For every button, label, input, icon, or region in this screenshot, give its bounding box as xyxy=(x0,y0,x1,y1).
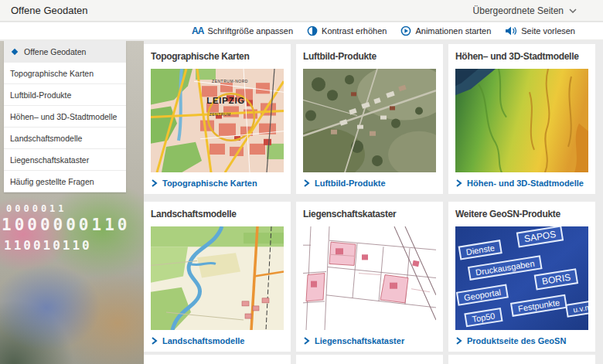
card-landschaftsmodelle: Landschaftsmodelle xyxy=(144,202,291,352)
read-aloud-button[interactable]: Seite vorlesen xyxy=(505,26,575,36)
next-row-card-peek xyxy=(144,355,291,364)
font-size-label: Schriftgröße anpassen xyxy=(207,26,293,36)
sidebar-item-label: Häufig gestellte Fragen xyxy=(10,177,94,186)
font-size-icon: AA xyxy=(192,26,203,36)
card-title: Landschaftsmodelle xyxy=(151,209,284,220)
next-row-card-peek xyxy=(448,355,595,364)
animations-button[interactable]: Animationen starten xyxy=(400,26,491,36)
sidebar-nav: Offene Geodaten Topographische Karten Lu… xyxy=(4,41,126,192)
topographic-map-image[interactable]: ZENTRUM-NORD LEIPZIG ZENTRUM xyxy=(151,69,284,172)
card-luftbild-produkte: Luftbild-Produkte xyxy=(296,44,443,194)
binary-line: 110010110 xyxy=(4,238,92,253)
cadastral-map-graphic xyxy=(303,226,436,330)
next-row-card-peek xyxy=(296,355,443,364)
card-title: Weitere GeoSN-Produkte xyxy=(455,209,588,220)
cards-grid: Topographische Karten xyxy=(144,44,595,352)
content-area: 0000011 1000000110 110010110 Offene Geod… xyxy=(0,41,603,364)
elevation-model-graphic xyxy=(455,69,588,172)
product-tile: BORIS xyxy=(534,268,579,290)
product-tile: Top50 xyxy=(464,308,502,327)
link-hoehen-3d-stadtmodelle[interactable]: Höhen- und 3D-Stadtmodelle xyxy=(455,179,588,188)
card-link-label: Luftbild-Produkte xyxy=(315,179,386,188)
card-weitere-geosn-produkte: Weitere GeoSN-Produkte Dienste SAPOS Dru… xyxy=(448,202,595,352)
parent-pages-label: Übergeordnete Seiten xyxy=(473,5,564,16)
map-district-label: ZENTRUM xyxy=(210,112,231,117)
card-topographische-karten: Topographische Karten xyxy=(144,44,291,194)
card-link-label: Liegenschaftskataster xyxy=(315,336,404,345)
card-link-label: Landschaftsmodelle xyxy=(162,336,244,345)
card-title: Höhen– und 3D-Stadtmodelle xyxy=(455,52,588,63)
product-tile: SAPOS xyxy=(516,226,564,248)
sidebar-item-liegenschaftskataster[interactable]: Liegenschaftskataster xyxy=(4,149,126,171)
sidebar-item-topographische-karten[interactable]: Topographische Karten xyxy=(4,63,126,84)
aerial-photo-graphic xyxy=(303,69,436,172)
card-hoehen-3d-stadtmodelle: Höhen– und 3D-Stadtmodelle xyxy=(448,44,595,194)
sidebar-item-luftbild-produkte[interactable]: Luftbild-Produkte xyxy=(4,84,126,106)
font-size-button[interactable]: AA Schriftgröße anpassen xyxy=(192,26,293,36)
sidebar-item-label: Offene Geodaten xyxy=(24,47,86,56)
sidebar-item-label: Landschaftsmodelle xyxy=(10,134,82,143)
product-tile: u.v.m. xyxy=(565,299,588,318)
sidebar-item-haeufig-gestellte-fragen[interactable]: Häufig gestellte Fragen xyxy=(4,171,126,192)
accessibility-toolbar: AA Schriftgröße anpassen Kontrast erhöhe… xyxy=(0,22,603,40)
card-title: Topographische Karten xyxy=(151,52,284,63)
arrow-right-icon xyxy=(303,179,310,187)
link-liegenschaftskataster[interactable]: Liegenschaftskataster xyxy=(303,336,436,345)
landscape-model-image[interactable] xyxy=(151,226,284,330)
aerial-photo-image[interactable] xyxy=(303,69,436,172)
card-liegenschaftskataster: Liegenschaftskataster xyxy=(296,202,443,352)
arrow-right-icon xyxy=(303,337,310,345)
link-landschaftsmodelle[interactable]: Landschaftsmodelle xyxy=(151,336,284,345)
binary-line: 0000011 xyxy=(6,203,67,214)
page-title: Offene Geodaten xyxy=(11,5,88,16)
sidebar-item-label: Höhen– und 3D-Stadtmodelle xyxy=(10,112,117,121)
geosn-products-tiles: Dienste SAPOS Druckausgaben Geoportal BO… xyxy=(455,226,588,330)
arrow-right-icon xyxy=(455,337,462,345)
card-title: Luftbild-Produkte xyxy=(303,52,436,63)
sidebar-item-landschaftsmodelle[interactable]: Landschaftsmodelle xyxy=(4,128,126,149)
sidebar-item-label: Luftbild-Produkte xyxy=(10,90,71,100)
sidebar-item-label: Topographische Karten xyxy=(10,69,94,78)
geosn-products-image[interactable]: Dienste SAPOS Druckausgaben Geoportal BO… xyxy=(455,226,588,330)
product-tile: Dienste xyxy=(458,240,502,260)
chevron-down-icon xyxy=(569,9,577,13)
topographic-map-graphic xyxy=(151,69,284,172)
contrast-icon xyxy=(307,26,318,36)
read-aloud-label: Seite vorlesen xyxy=(521,26,575,36)
arrow-right-icon xyxy=(151,337,158,345)
product-tile: Festpunkte xyxy=(510,294,567,317)
top-header: Offene Geodaten Übergeordnete Seiten xyxy=(0,0,603,22)
contrast-button[interactable]: Kontrast erhöhen xyxy=(307,26,387,36)
arrow-right-icon xyxy=(455,179,462,187)
link-topographische-karten[interactable]: Topographische Karten xyxy=(151,179,284,188)
geosn-products-graphic: Dienste SAPOS Druckausgaben Geoportal BO… xyxy=(455,226,588,330)
link-luftbild-produkte[interactable]: Luftbild-Produkte xyxy=(303,179,436,188)
sidebar-item-hoehen-3d-stadtmodelle[interactable]: Höhen– und 3D-Stadtmodelle xyxy=(4,106,126,128)
contrast-label: Kontrast erhöhen xyxy=(322,26,387,36)
product-tile: Druckausgaben xyxy=(468,255,543,281)
animations-label: Animationen starten xyxy=(415,26,491,36)
sidebar-item-label: Liegenschaftskataster xyxy=(10,155,89,165)
link-produktseite-des-geosn[interactable]: Produktseite des GeoSN xyxy=(455,336,588,345)
product-tile: Geoportal xyxy=(456,284,509,305)
binary-line: 1000000110 xyxy=(2,216,130,234)
speaker-icon xyxy=(505,26,517,36)
sidebar-item-offene-geodaten[interactable]: Offene Geodaten xyxy=(4,41,126,63)
landscape-model-graphic xyxy=(151,226,284,330)
diamond-bullet-icon xyxy=(12,48,18,54)
card-link-label: Topographische Karten xyxy=(162,179,257,188)
map-district-label: ZENTRUM-NORD xyxy=(212,79,248,83)
play-icon xyxy=(400,26,411,36)
card-link-label: Produktseite des GeoSN xyxy=(467,336,566,345)
cadastral-map-image[interactable] xyxy=(303,226,436,330)
parent-pages-dropdown[interactable]: Übergeordnete Seiten xyxy=(473,5,577,16)
map-city-label: LEIPZIG xyxy=(206,96,245,105)
card-title: Liegenschaftskataster xyxy=(303,209,436,220)
arrow-right-icon xyxy=(151,179,158,187)
elevation-model-image[interactable] xyxy=(455,69,588,172)
card-link-label: Höhen- und 3D-Stadtmodelle xyxy=(467,179,584,188)
